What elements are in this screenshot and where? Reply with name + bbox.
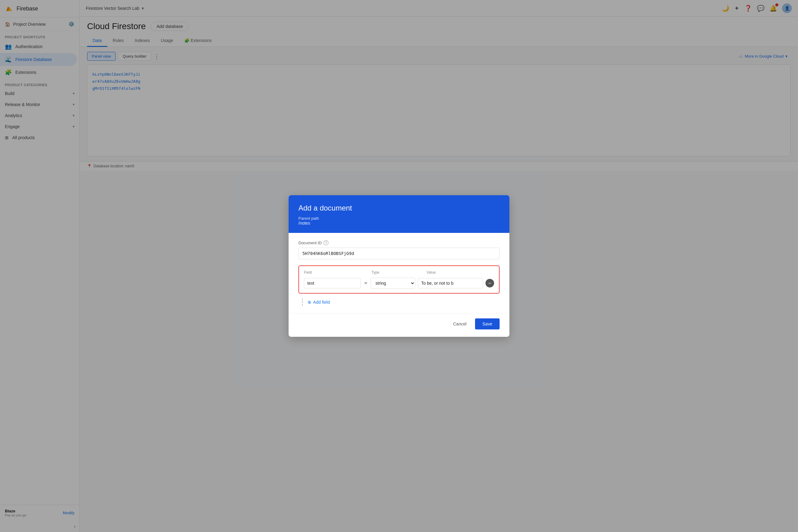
field-value-input[interactable] bbox=[418, 278, 483, 288]
doc-id-help-icon[interactable]: ? bbox=[324, 240, 328, 245]
equals-sign: = bbox=[363, 280, 368, 286]
field-column-headers: Field Type Value bbox=[304, 270, 494, 274]
field-name-input[interactable] bbox=[304, 278, 361, 288]
field-col-label: Field bbox=[304, 270, 365, 274]
dialog-body: Document ID ? Field Type Value = string bbox=[289, 233, 509, 313]
type-col-label: Type bbox=[371, 270, 427, 274]
dialog-parent-label: Parent path bbox=[298, 216, 500, 221]
minus-icon: − bbox=[488, 280, 492, 286]
dialog-parent-path: /notes bbox=[298, 221, 500, 226]
dialog-title: Add a document bbox=[298, 204, 500, 212]
dialog-header: Add a document Parent path /notes bbox=[289, 195, 509, 233]
add-field-label: Add field bbox=[313, 300, 330, 305]
field-section: Field Type Value = string number boolean… bbox=[298, 265, 500, 293]
type-select[interactable]: string number boolean map array null tim… bbox=[371, 278, 415, 289]
add-field-button[interactable]: ⊕ Add field bbox=[308, 299, 330, 306]
remove-field-button[interactable]: − bbox=[486, 279, 494, 287]
modal-overlay[interactable]: Add a document Parent path /notes Docume… bbox=[0, 0, 798, 532]
plus-circle-icon: ⊕ bbox=[308, 300, 311, 305]
cancel-button[interactable]: Cancel bbox=[448, 319, 471, 329]
field-row: = string number boolean map array null t… bbox=[304, 278, 494, 289]
dialog-footer: Cancel Save bbox=[289, 313, 509, 337]
add-document-dialog: Add a document Parent path /notes Docume… bbox=[289, 195, 509, 337]
value-col-label: Value bbox=[427, 270, 494, 274]
doc-id-label: Document ID ? bbox=[298, 240, 500, 245]
add-field-indent: ⊕ Add field bbox=[302, 299, 500, 306]
doc-id-input[interactable] bbox=[298, 248, 500, 259]
save-button[interactable]: Save bbox=[475, 318, 500, 329]
